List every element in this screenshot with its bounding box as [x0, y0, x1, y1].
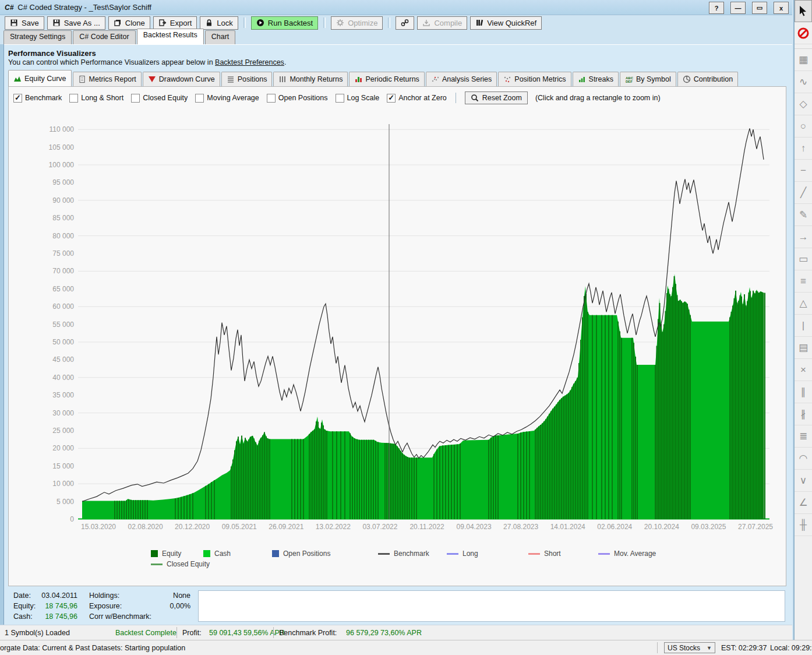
minimize-button[interactable]: — [730, 2, 746, 14]
note-tool[interactable]: ≡ [795, 270, 812, 293]
legend-label: Long [463, 550, 478, 558]
y-axis-label: 0 [9, 515, 74, 523]
link-button[interactable] [396, 16, 414, 30]
zigzag-tool[interactable]: ∨ [795, 470, 812, 492]
viz-tab-contribution[interactable]: Contribution [677, 72, 738, 86]
checkbox-box[interactable] [336, 94, 344, 103]
pointer-tool[interactable] [795, 0, 812, 22]
checkbox-box[interactable] [387, 94, 396, 103]
periodic-icon [354, 75, 362, 83]
polygon-tool[interactable]: ◇ [795, 93, 812, 115]
y-axis-label: 55 000 [9, 321, 74, 329]
ellipse-tool[interactable]: ○ [795, 115, 812, 138]
checkbox-long-short[interactable]: Long & Short [69, 94, 123, 103]
y-axis-label: 25 000 [9, 427, 74, 435]
x-axis-label: 13.02.2022 [306, 523, 360, 531]
viz-tab-label: Periodic Returns [365, 75, 419, 83]
lock-button[interactable]: Lock [200, 16, 238, 30]
tab-c-code-editor[interactable]: C# Code Editor [73, 30, 135, 44]
legend-line-swatch [598, 553, 610, 555]
pencil-tool[interactable]: ✎ [795, 204, 812, 226]
controls-divider [456, 93, 456, 103]
y-axis-label: 35 000 [9, 391, 74, 399]
save-as-button[interactable]: Save As ... [47, 16, 105, 30]
arrow-tool[interactable]: → [795, 226, 812, 248]
export-button[interactable]: Export [153, 16, 197, 30]
visualizer-tab-strip: Equity CurveMetrics ReportDrawdown Curve… [8, 71, 738, 86]
viz-tab-equity-curve[interactable]: Equity Curve [8, 70, 72, 86]
view-quickref-button[interactable]: View QuickRef [470, 16, 542, 30]
gann-grid-tool-icon: ╫ [800, 519, 807, 531]
highlight-bars-tool[interactable]: ▤ [795, 337, 812, 359]
fib-arcs-tool[interactable]: ◠ [795, 448, 812, 470]
viz-tab-position-metrics[interactable]: Position Metrics [498, 72, 571, 86]
checkbox-box[interactable] [131, 94, 140, 103]
triangle-tool[interactable]: △ [795, 293, 812, 315]
checkbox-anchor-at-zero[interactable]: Anchor at Zero [387, 94, 447, 103]
reset-zoom-button[interactable]: Reset Zoom [465, 91, 528, 104]
y-axis-label: 75 000 [9, 249, 74, 258]
y-axis-label: 50 000 [9, 338, 74, 346]
pitchfork-tool[interactable]: ∦ [795, 403, 812, 425]
horizontal-line-tool[interactable]: − [795, 160, 812, 182]
help-button[interactable]: ? [709, 2, 724, 14]
dataset-selector[interactable]: US Stocks ▼ [664, 642, 715, 653]
y-axis-label: 60 000 [9, 302, 74, 311]
extended-line-tool[interactable]: × [795, 359, 812, 381]
gear-icon [336, 19, 344, 27]
checkbox-box[interactable] [267, 94, 276, 103]
viz-tab-metrics-report[interactable]: Metrics Report [73, 72, 142, 86]
checkbox-log-scale[interactable]: Log Scale [336, 94, 380, 103]
vertical-ray-tool-icon: ↑ [801, 143, 806, 154]
checkbox-benchmark[interactable]: Benchmark [13, 94, 62, 103]
viz-tab-analysis-series[interactable]: Analysis Series [426, 72, 497, 86]
no-draw-tool[interactable] [795, 22, 812, 44]
viz-tab-periodic-returns[interactable]: Periodic Returns [349, 72, 424, 86]
legend-line-swatch [151, 564, 163, 565]
freehand-curve-tool[interactable]: ∿ [795, 71, 812, 93]
x-axis-label: 26.09.2021 [259, 523, 313, 531]
x-axis-label: 03.07.2022 [353, 523, 407, 531]
speed-fan-tool[interactable]: ∠ [795, 492, 812, 514]
legend-swatch [151, 550, 158, 557]
viz-tab-positions[interactable]: Positions [221, 72, 273, 86]
run-backtest-button[interactable]: Run Backtest [251, 16, 318, 30]
y-axis-label: 105 000 [9, 143, 74, 152]
viz-tab-streaks[interactable]: Streaks [573, 72, 619, 86]
clone-button[interactable]: Clone [108, 16, 150, 30]
trendline-tool[interactable]: ╱ [795, 182, 812, 204]
viz-tab-drawdown-curve[interactable]: Drawdown Curve [143, 72, 220, 86]
rectangle-tool[interactable]: ▭ [795, 248, 812, 270]
checkbox-closed-equity[interactable]: Closed Equity [131, 94, 188, 103]
save-button[interactable]: Save [5, 16, 44, 30]
tab-chart[interactable]: Chart [205, 30, 236, 44]
maximize-button[interactable]: ▭ [752, 2, 767, 14]
checkbox-box[interactable] [69, 94, 78, 103]
compile-button-label: Compile [434, 19, 462, 27]
highlight-bars-tool-icon: ▤ [799, 341, 808, 354]
viz-tab-monthly-returns[interactable]: Monthly Returns [273, 72, 348, 86]
tab-backtest-results[interactable]: Backtest Results [137, 29, 204, 44]
compile-button[interactable]: Compile [417, 16, 467, 30]
fib-retracement-tool[interactable]: ≣ [795, 425, 812, 448]
drawing-tools-sidebar: ▦∿◇○↑−╱✎→▭≡△|▤×∥∦≣◠∨∠╫ [793, 0, 812, 640]
gann-grid-tool[interactable]: ╫ [795, 514, 812, 536]
tab-strategy-settings[interactable]: Strategy Settings [3, 30, 72, 44]
report-icon [78, 75, 86, 83]
checkbox-box[interactable] [195, 94, 204, 103]
viz-tab-by-symbol[interactable]: ABCDEFBy Symbol [620, 72, 676, 86]
pencil-tool-icon: ✎ [799, 209, 807, 221]
message-box [198, 590, 785, 622]
cycle-line-tool[interactable]: | [795, 315, 812, 337]
checkbox-moving-average[interactable]: Moving Average [195, 94, 259, 103]
close-button[interactable]: x [774, 2, 789, 14]
price-label-tool[interactable]: ▦ [795, 49, 812, 71]
parallel-channel-tool[interactable]: ∥ [795, 381, 812, 403]
optimize-button[interactable]: Optimize [331, 16, 383, 30]
checkbox-open-positions[interactable]: Open Positions [267, 94, 328, 103]
legend-item-closed-equity: Closed Equity [151, 560, 210, 568]
checkbox-box[interactable] [13, 94, 22, 103]
vertical-ray-tool[interactable]: ↑ [795, 138, 812, 160]
backtest-preferences-link[interactable]: Backtest Preferences [215, 58, 284, 66]
info-value: 0,00% [103, 602, 190, 610]
